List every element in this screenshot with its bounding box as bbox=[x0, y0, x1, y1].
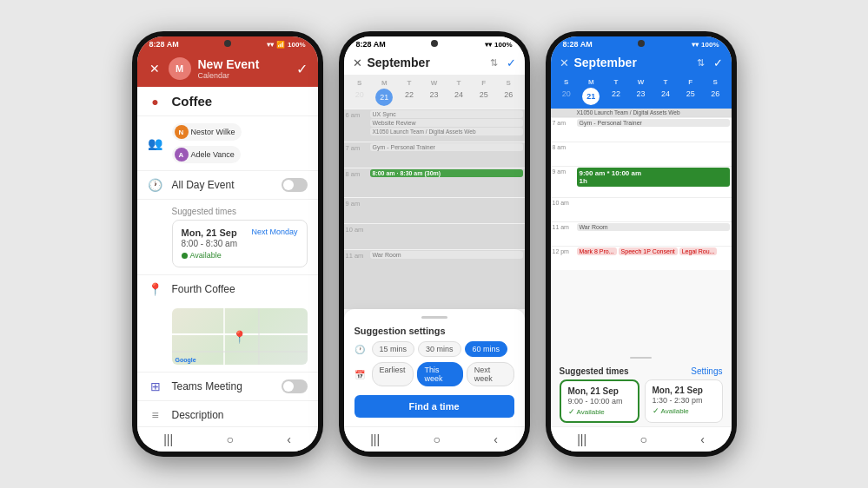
event-title[interactable]: Coffee bbox=[172, 94, 213, 109]
all-day-toggle[interactable] bbox=[282, 178, 308, 192]
find-time-button[interactable]: Find a time bbox=[354, 395, 514, 418]
status-time-1: 8:28 AM bbox=[149, 40, 179, 49]
nav-back-1[interactable]: ‹ bbox=[287, 432, 291, 446]
toggle-knob-all-day bbox=[283, 180, 294, 190]
calendar-subtitle: Calendar bbox=[198, 71, 260, 80]
p3-day-25[interactable]: 25 bbox=[678, 88, 703, 105]
attendee-2[interactable]: A Adele Vance bbox=[172, 146, 241, 163]
p3-legal[interactable]: Legal Rou... bbox=[679, 247, 718, 255]
p3-wd-w: W bbox=[628, 76, 653, 88]
top-allday-events: X1050 Launch Team / Digital Assets Web bbox=[551, 109, 732, 117]
suggested-card-1[interactable]: Mon, 21 Sep 9:00 - 10:00 am ✓ Available bbox=[560, 379, 639, 423]
description-label[interactable]: Description bbox=[172, 409, 224, 421]
p3-day-23[interactable]: 23 bbox=[628, 88, 653, 105]
suggested-card-2[interactable]: Mon, 21 Sep 1:30 - 2:30 pm ✓ Available bbox=[645, 379, 723, 423]
attendees-icon: 👥 bbox=[148, 136, 163, 150]
wd-t2: T bbox=[447, 77, 472, 89]
location-row: 📍 Fourth Coffee 📍 Google bbox=[137, 275, 318, 373]
confirm-btn-2[interactable]: ✓ bbox=[507, 56, 516, 69]
sync-icon-3[interactable]: ⇅ bbox=[697, 57, 705, 69]
day-22[interactable]: 22 bbox=[397, 89, 422, 106]
p3-gym-event[interactable]: Gym - Personal Trainer bbox=[577, 119, 730, 127]
suggested-header: Suggested times Settings bbox=[560, 366, 723, 376]
day-20[interactable]: 20 bbox=[348, 89, 373, 106]
p3-speech1[interactable]: Speech 1P Consent bbox=[619, 247, 678, 255]
camera-dot bbox=[224, 40, 231, 47]
all-day-row: 🕐 All Day Event bbox=[137, 171, 318, 200]
attendee-1[interactable]: N Nestor Wilke bbox=[172, 123, 242, 141]
p3-day-22[interactable]: 22 bbox=[604, 88, 629, 105]
phones-container: 8:28 AM ▾▾ 📶 100% ✕ M New Event Calendar… bbox=[123, 23, 745, 465]
nav-menu-2[interactable]: ||| bbox=[370, 432, 380, 446]
suggested-card[interactable]: Mon, 21 Sep 8:00 - 8:30 am Available Nex… bbox=[172, 220, 308, 267]
p3-day-21-today[interactable]: 21 bbox=[582, 88, 600, 105]
time-label-11am: 11 am bbox=[344, 250, 368, 260]
teams-toggle[interactable] bbox=[282, 379, 308, 393]
chip-this-week-active[interactable]: This week bbox=[417, 362, 463, 386]
time-label-9am: 9 am bbox=[344, 198, 368, 208]
sug-available: Available bbox=[182, 251, 237, 260]
camera-dot-3 bbox=[638, 40, 645, 47]
event-highlight-8am[interactable]: 8:00 am · 8:30 am (30m) bbox=[370, 169, 523, 177]
status-time-3: 8:28 AM bbox=[563, 40, 593, 49]
nav-home-3[interactable]: ○ bbox=[639, 432, 646, 446]
p3-day-24[interactable]: 24 bbox=[653, 88, 679, 105]
event-ux-sync[interactable]: UX Sync bbox=[370, 110, 523, 118]
chip-15mins[interactable]: 15 mins bbox=[372, 341, 415, 357]
nav-menu-3[interactable]: ||| bbox=[577, 432, 586, 446]
day-21-today[interactable]: 21 bbox=[375, 89, 393, 106]
sheet-handle bbox=[421, 316, 447, 319]
confirm-btn-3[interactable]: ✓ bbox=[713, 56, 723, 69]
nav-back-3[interactable]: ‹ bbox=[700, 432, 705, 446]
p3-row-12pm: 12 pm Mark 8 Pro... Speech 1P Consent Le… bbox=[551, 246, 732, 270]
next-monday-label: Next Monday bbox=[251, 228, 297, 236]
chip-60mins-active[interactable]: 60 mins bbox=[465, 341, 508, 357]
p3-day-20[interactable]: 20 bbox=[554, 88, 580, 105]
location-header: 📍 Fourth Coffee bbox=[148, 282, 235, 296]
nav-home-1[interactable]: ○ bbox=[226, 432, 233, 446]
calendar-2-header: ✕ September ⇅ ✓ bbox=[344, 50, 525, 76]
nav-back-2[interactable]: ‹ bbox=[494, 432, 498, 446]
wd-s2: S bbox=[496, 77, 521, 89]
close-btn-3[interactable]: ✕ bbox=[560, 56, 569, 69]
save-button-1[interactable]: ✓ bbox=[296, 61, 308, 77]
attendee-name-2: Adele Vance bbox=[191, 150, 235, 159]
p3-wd-t1: T bbox=[604, 76, 629, 88]
location-map[interactable]: 📍 Google bbox=[172, 308, 308, 365]
p3-war-room[interactable]: War Room bbox=[577, 223, 730, 231]
wd-t1: T bbox=[397, 77, 422, 89]
wifi-icon-2: ▾▾ bbox=[485, 41, 492, 49]
close-btn-2[interactable]: ✕ bbox=[353, 56, 362, 69]
event-war-room[interactable]: War Room bbox=[370, 251, 523, 259]
p3-suggested-event[interactable]: 9:00 am * 10:00 am1h bbox=[577, 168, 730, 187]
sync-icon-2[interactable]: ⇅ bbox=[490, 57, 498, 69]
time-label-7am: 7 am bbox=[344, 142, 368, 152]
day-23[interactable]: 23 bbox=[421, 89, 447, 106]
close-button-1[interactable]: ✕ bbox=[148, 60, 162, 77]
event-website-review[interactable]: Website Review bbox=[370, 119, 523, 127]
check-icon-1: ✓ bbox=[568, 407, 575, 416]
p3-events-7am: Gym - Personal Trainer bbox=[575, 118, 732, 129]
suggested-cards: Mon, 21 Sep 9:00 - 10:00 am ✓ Available … bbox=[560, 379, 723, 423]
event-gym[interactable]: Gym - Personal Trainer bbox=[370, 143, 523, 151]
nav-menu-1[interactable]: ||| bbox=[163, 432, 173, 446]
location-label[interactable]: Fourth Coffee bbox=[172, 283, 235, 295]
event-x1050[interactable]: X1050 Launch Team / Digital Assets Web bbox=[370, 128, 523, 135]
wifi-icon: ▾▾ bbox=[267, 41, 274, 49]
time-label-10am: 10 am bbox=[344, 224, 368, 234]
day-24[interactable]: 24 bbox=[447, 89, 472, 106]
p3-day-26[interactable]: 26 bbox=[703, 88, 728, 105]
chip-next-week[interactable]: Next week bbox=[467, 362, 514, 386]
battery-text-1: 100% bbox=[288, 41, 305, 49]
sug-date: Mon, 21 Sep bbox=[182, 228, 237, 238]
chip-30mins[interactable]: 30 mins bbox=[418, 341, 461, 357]
day-26[interactable]: 26 bbox=[496, 89, 521, 106]
attendee-name-1: Nestor Wilke bbox=[191, 128, 235, 136]
settings-link[interactable]: Settings bbox=[691, 366, 722, 376]
time-row-6am: 6 am UX Sync Website Review X1050 Launch… bbox=[344, 109, 525, 142]
chip-earliest[interactable]: Earliest bbox=[372, 362, 414, 386]
day-25[interactable]: 25 bbox=[471, 89, 496, 106]
cal-sheet-icon: 📅 bbox=[354, 370, 365, 379]
p3-mark8[interactable]: Mark 8 Pro... bbox=[577, 247, 617, 255]
nav-home-2[interactable]: ○ bbox=[433, 432, 440, 446]
